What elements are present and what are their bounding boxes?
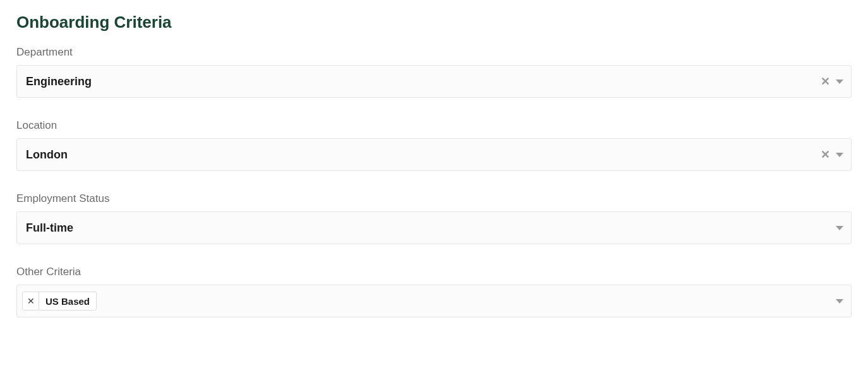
location-clear-button[interactable]: ✕ [818,148,832,162]
tag-remove-button[interactable]: ✕ [23,292,39,310]
page-title: Onboarding Criteria [16,13,852,32]
close-icon: ✕ [821,148,830,162]
department-clear-button[interactable]: ✕ [818,74,832,88]
location-label: Location [16,119,852,132]
employment-status-value: Full-time [26,221,832,235]
other-criteria-field-group: Other Criteria ✕ US Based [16,266,852,317]
criteria-tag: ✕ US Based [22,292,97,310]
close-icon: ✕ [27,296,35,306]
caret-down-icon [836,153,843,157]
department-value: Engineering [26,75,818,88]
location-value: London [26,148,818,162]
other-criteria-label: Other Criteria [16,266,852,278]
department-select[interactable]: Engineering ✕ [16,65,852,98]
other-criteria-input[interactable]: ✕ US Based [16,285,852,317]
location-select[interactable]: London ✕ [16,138,852,171]
caret-down-icon [836,226,843,230]
caret-down-icon [836,299,843,304]
tag-label: US Based [39,292,96,310]
department-field-group: Department Engineering ✕ [16,46,852,98]
employment-status-select[interactable]: Full-time [16,211,852,244]
employment-status-field-group: Employment Status Full-time [16,192,852,244]
caret-down-icon [836,80,843,84]
department-label: Department [16,46,852,59]
employment-status-label: Employment Status [16,192,852,205]
close-icon: ✕ [821,74,830,88]
location-field-group: Location London ✕ [16,119,852,171]
